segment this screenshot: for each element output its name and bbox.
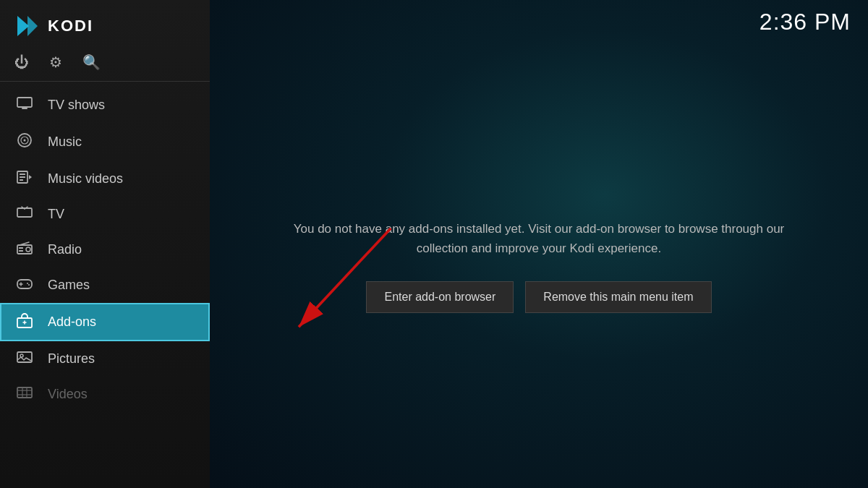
svg-rect-11 [20, 179, 23, 181]
svg-rect-14 [17, 245, 32, 254]
sidebar-item-tv-label: TV [48, 207, 64, 222]
sidebar-item-music-videos[interactable]: Music videos [0, 161, 210, 197]
radio-icon [14, 241, 35, 258]
svg-rect-16 [19, 247, 23, 249]
sidebar-item-music-label: Music [48, 134, 82, 150]
svg-point-22 [28, 284, 30, 286]
sidebar-toolbar: ⏻ ⚙ 🔍 [0, 49, 210, 81]
games-icon [14, 277, 35, 294]
music-icon [14, 132, 35, 152]
sidebar-item-add-ons-label: Add-ons [48, 314, 96, 330]
svg-marker-0 [17, 16, 29, 36]
svg-rect-17 [19, 250, 23, 252]
svg-point-7 [24, 140, 26, 142]
svg-point-15 [26, 247, 30, 252]
svg-rect-10 [20, 176, 25, 178]
search-icon[interactable]: 🔍 [82, 55, 101, 69]
sidebar-item-videos-label: Videos [48, 387, 88, 402]
power-icon[interactable]: ⏻ [14, 55, 29, 69]
sidebar-item-radio[interactable]: Radio [0, 232, 210, 267]
videos-icon [14, 386, 35, 403]
pictures-icon [14, 351, 35, 367]
sidebar-item-tv[interactable]: TV [0, 197, 210, 232]
sidebar-item-add-ons[interactable]: Add-ons [0, 303, 210, 341]
enter-addon-browser-button[interactable]: Enter add-on browser [366, 281, 514, 313]
top-bar: 2:36 PM [210, 0, 868, 44]
svg-rect-2 [17, 98, 32, 107]
sidebar: KODI ⏻ ⚙ 🔍 TV shows [0, 0, 210, 488]
svg-rect-9 [20, 174, 25, 175]
sidebar-item-music-videos-label: Music videos [48, 171, 123, 187]
sidebar-item-pictures[interactable]: Pictures [0, 341, 210, 377]
settings-icon[interactable]: ⚙ [49, 55, 62, 69]
svg-rect-3 [22, 108, 27, 109]
sidebar-item-videos[interactable]: Videos [0, 377, 210, 412]
kodi-logo-icon [14, 13, 41, 39]
button-row: Enter add-on browser Remove this main me… [366, 281, 711, 313]
sidebar-item-tv-shows[interactable]: TV shows [0, 87, 210, 123]
clock: 2:36 PM [760, 9, 851, 35]
add-ons-icon [14, 312, 35, 332]
svg-rect-26 [17, 352, 32, 362]
app-title: KODI [48, 17, 93, 35]
sidebar-nav: TV shows Music [0, 87, 210, 488]
sidebar-item-games[interactable]: Games [0, 267, 210, 303]
info-text: You do not have any add-ons installed ye… [293, 219, 785, 258]
annotation-arrow [210, 44, 868, 488]
svg-marker-1 [27, 16, 38, 36]
svg-rect-28 [17, 388, 32, 398]
music-videos-icon [14, 171, 35, 187]
svg-point-21 [27, 283, 28, 284]
center-area: You do not have any add-ons installed ye… [210, 44, 868, 488]
sidebar-item-music[interactable]: Music [0, 123, 210, 161]
tv-icon [14, 206, 35, 223]
sidebar-item-games-label: Games [48, 278, 90, 293]
main-content: 2:36 PM You do not have any add-ons inst… [210, 0, 868, 488]
sidebar-divider [0, 81, 210, 82]
sidebar-item-tv-shows-label: TV shows [48, 98, 105, 113]
sidebar-header: KODI [0, 0, 210, 49]
remove-menu-item-button[interactable]: Remove this main menu item [525, 281, 711, 313]
svg-marker-12 [29, 175, 32, 179]
tv-shows-icon [14, 97, 35, 114]
sidebar-item-radio-label: Radio [48, 242, 82, 257]
sidebar-item-pictures-label: Pictures [48, 351, 95, 367]
